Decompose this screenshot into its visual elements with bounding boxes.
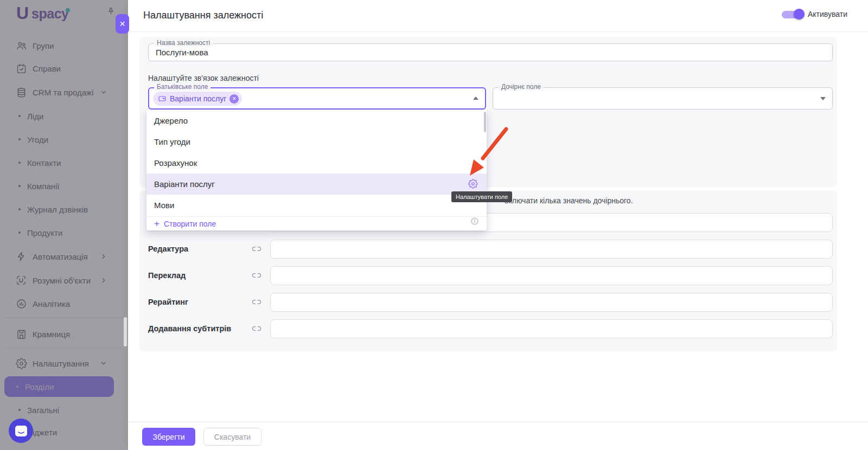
dropdown-option[interactable]: Джерело [146,110,487,131]
link-icon [252,271,261,280]
parent-field-label: Батьківське поле [154,83,210,91]
app-root: U spacy Групи Справи CRM та продажі [0,0,868,450]
expand-caret-icon [820,97,826,100]
name-field-label: Назва залежності [154,40,213,47]
child-field-label: Дочірнє поле [499,83,544,91]
activate-toggle-label: Активувати [808,10,847,18]
create-field-label: Створити поле [164,220,216,228]
selected-field-chip[interactable]: Варіанти послуг ✕ [153,92,242,106]
dropdown-scrollbar[interactable] [484,112,486,132]
create-field-button[interactable]: + Створити поле [146,217,487,230]
tooltip: Налаштувати поле [451,191,512,202]
value-input[interactable] [270,293,833,312]
activate-toggle[interactable] [782,9,806,20]
chip-label: Варіанти послуг [170,94,226,103]
plus-icon: + [154,219,159,229]
row-label: Додавання субтитрів [148,324,231,333]
row-label: Переклад [148,271,186,280]
save-button[interactable]: Зберегти [142,428,195,446]
row-label: Редактура [148,245,188,253]
close-icon[interactable]: ✕ [116,14,129,34]
parent-field-dropdown: Джерело Тип угоди Розрахунок Варіанти по… [146,110,487,230]
value-input[interactable] [270,266,833,285]
dropdown-option[interactable]: Тип угоди [146,131,487,152]
dropdown-option[interactable]: Розрахунок [146,152,487,173]
drawer-header: Налаштування залежності Активувати [128,0,868,32]
info-icon[interactable] [470,217,479,226]
field-type-icon [158,94,167,103]
sidebar-scrollbar[interactable] [124,317,127,346]
row-label: Рерайтинг [148,298,188,306]
dependency-settings-drawer: Налаштування залежності Активувати Назва… [128,0,868,450]
page-title: Налаштування залежності [143,10,263,21]
dropdown-option[interactable]: Мови [146,195,487,216]
dependency-name-input[interactable]: Послуги-мова [148,43,833,61]
toggle-thumb [794,9,805,20]
collapse-caret-icon [473,97,478,100]
link-icon [252,244,261,254]
link-icon [252,324,261,333]
chip-remove-icon[interactable]: ✕ [229,94,239,104]
help-text: включати кілька значень дочірнього. [505,196,633,205]
dropdown-option-highlighted[interactable]: Варіанти послуг [146,173,487,195]
configure-field-gear-icon[interactable] [468,179,478,189]
child-field-select[interactable] [493,87,833,110]
link-icon [252,297,261,307]
section-hint: Налаштуйте зв'язок залежності [148,74,259,82]
chat-widget-button[interactable] [9,419,33,443]
chat-bubble-icon [15,426,27,436]
dependency-name-value: Послуги-мова [149,44,832,61]
modal-overlay[interactable] [0,0,128,450]
dropdown-option-label: Варіанти послуг [154,179,215,189]
footer-divider [128,422,868,422]
value-input[interactable] [270,319,833,338]
value-input[interactable] [270,240,833,259]
cancel-button[interactable]: Скасувати [203,428,261,446]
